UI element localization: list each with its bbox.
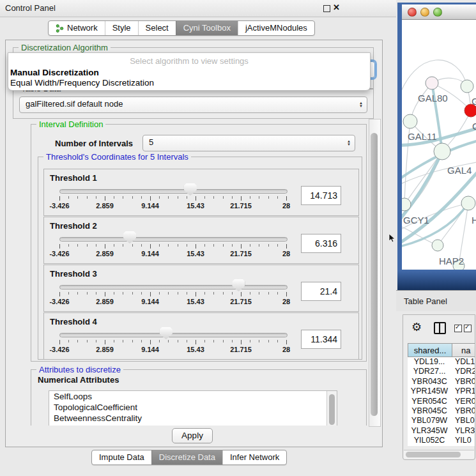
tick-label: 28 [272, 250, 300, 257]
threshold-1-value-field[interactable]: 14.713 [301, 186, 341, 205]
threshold-1-ticks [59, 196, 287, 199]
node-gal80[interactable] [426, 77, 438, 89]
column-header-name[interactable]: na [452, 343, 475, 357]
float-panel-icon[interactable] [323, 5, 330, 12]
mouse-cursor [388, 234, 396, 243]
thresholds-group: Threshold's Coordinates for 5 Intervals … [38, 157, 362, 360]
checkbox-icon[interactable] [454, 325, 462, 332]
list-item[interactable]: SelfLoops [49, 391, 337, 402]
tick-label: 9.144 [136, 346, 164, 353]
table-horizontal-scrollbar[interactable] [404, 450, 474, 459]
threshold-2-label: Threshold 2 [50, 221, 97, 231]
threshold-2-value-field[interactable]: 6.316 [301, 234, 341, 253]
scrollbar-thumb[interactable] [371, 133, 378, 416]
numerical-attributes-list[interactable]: SelfLoops TopologicalCoefficient Between… [49, 390, 337, 426]
tab-cyni-toolbox[interactable]: Cyni Toolbox [176, 21, 238, 35]
node-partial-h[interactable] [461, 196, 475, 210]
settings-vertical-scrollbar[interactable] [369, 119, 381, 427]
threshold-4-value-field[interactable]: 11.344 [301, 330, 341, 349]
table-row[interactable]: YIL052CYIL0 [408, 436, 475, 445]
node-label-gcy1: GCY1 [403, 215, 429, 226]
threshold-3-label: Threshold 3 [50, 269, 97, 279]
attributes-group-title: Attributes to discretize [36, 365, 123, 374]
gear-icon[interactable]: ⚙ [411, 320, 422, 334]
tab-discretize-data-label: Discretize Data [159, 450, 215, 464]
algorithm-option-manual[interactable]: Manual Discretization [10, 68, 99, 77]
table-row[interactable]: YDL19...YDL1 [408, 357, 475, 367]
threshold-1-slider-track[interactable] [59, 189, 288, 194]
tab-select[interactable]: Select [138, 21, 176, 35]
tick-label: 15.43 [181, 346, 210, 353]
threshold-1-slider-thumb[interactable] [184, 183, 197, 196]
threshold-3-value-field[interactable]: 21.4 [301, 282, 341, 301]
node-hap2[interactable] [432, 240, 443, 251]
tick-label: 2.859 [91, 250, 119, 257]
tab-jactivemnodules[interactable]: jActiveMNodules [238, 21, 314, 35]
network-view-window: GAL80 GA C GAL11 GAL4 GCY1 H HAP2 [397, 3, 476, 290]
zoom-window-icon[interactable] [433, 8, 442, 17]
minimize-window-icon[interactable] [420, 8, 429, 17]
column-header-shared[interactable]: shared... [408, 343, 452, 357]
network-window-bottom-frame [397, 271, 476, 290]
attributes-list-scrollbar[interactable] [326, 391, 337, 426]
threshold-3-slider-track[interactable] [59, 285, 288, 289]
node-partial-g[interactable] [461, 80, 473, 93]
tick-label: 21.715 [227, 346, 255, 353]
threshold-1-panel: Threshold 1 -3.426 2.859 9.144 15.43 21.… [43, 169, 359, 216]
node-gal4[interactable] [434, 143, 450, 160]
threshold-4-slider-thumb[interactable] [160, 327, 173, 339]
table-row[interactable]: YPR145WYPR1 [408, 387, 475, 396]
node-label-gal80: GAL80 [418, 93, 448, 104]
table-data-group: Table Data galFiltered.sif default node … [13, 88, 374, 119]
threshold-2-slider-thumb[interactable] [123, 231, 136, 243]
table-row[interactable]: YDR27...YDR2 [408, 367, 475, 376]
tick-label: 21.715 [227, 202, 255, 210]
table-panel-titlebar: Table Panel [396, 290, 476, 311]
number-of-intervals-select[interactable]: 5 ▲▼ [142, 135, 355, 151]
threshold-4-slider-track[interactable] [59, 333, 288, 337]
close-window-icon[interactable] [408, 8, 417, 17]
scrollbar-thumb[interactable] [406, 452, 461, 457]
table-row[interactable]: YBL079WYBL0 [408, 416, 475, 426]
tab-discretize-data[interactable]: Discretize Data [151, 450, 222, 464]
tab-infer-network[interactable]: Infer Network [222, 450, 286, 464]
tab-style[interactable]: Style [105, 21, 138, 35]
list-item[interactable]: BetweennessCentrality [49, 413, 337, 424]
close-panel-icon[interactable]: ✕ [333, 3, 340, 12]
threshold-3-slider-thumb[interactable] [232, 279, 245, 291]
app-root: Control Panel ✕ Network Style Select Cyn… [0, 0, 476, 476]
table-row[interactable]: YBR043CYBR0 [408, 377, 475, 387]
table-row[interactable]: YBR045CYBR0 [408, 406, 475, 416]
tab-network[interactable]: Network [49, 21, 105, 35]
threshold-2-slider-track[interactable] [59, 237, 288, 242]
network-canvas[interactable]: GAL80 GA C GAL11 GAL4 GCY1 H HAP2 [402, 20, 476, 270]
checkbox-icon[interactable] [464, 325, 472, 332]
number-of-intervals-label: Number of Intervals [55, 139, 133, 148]
tab-impute-data[interactable]: Impute Data [92, 450, 151, 464]
threshold-4-panel: Threshold 4 -3.426 2.859 9.144 15.43 21.… [43, 312, 359, 360]
algorithm-option-equal-width[interactable]: Equal Width/Frequency Discretization [10, 78, 154, 88]
table-row[interactable]: YLR345WYLR3 [408, 426, 475, 436]
tick-label: -3.426 [45, 346, 73, 353]
tick-label: 28 [272, 202, 300, 210]
list-item[interactable]: TopologicalCoefficient [49, 402, 337, 413]
tick-label: 15.43 [181, 250, 210, 257]
network-window-titlebar[interactable] [402, 4, 476, 20]
node-label-partial-g: GA [472, 96, 476, 107]
split-view-icon[interactable] [434, 322, 446, 334]
table-row[interactable]: YER054CYER0 [408, 397, 475, 406]
table-data-select[interactable]: galFiltered.sif default node ▲▼ [19, 96, 367, 113]
table-panel: ⚙ shared... na YDL19...YDL1 YDR27...YDR2… [403, 314, 475, 460]
tick-label: 28 [272, 298, 300, 305]
network-graph: GAL80 GA C GAL11 GAL4 GCY1 H HAP2 [402, 20, 476, 270]
table-data-stepper-icon: ▲▼ [359, 102, 363, 108]
tick-label: 2.859 [91, 202, 119, 210]
table-rows: YDL19...YDL1 YDR27...YDR2 YBR043CYBR0 YP… [408, 357, 475, 446]
node-label-hap2: HAP2 [439, 256, 464, 266]
control-panel-title: Control Panel [5, 3, 56, 13]
node-gal11[interactable] [403, 114, 417, 128]
top-tab-bar: Network Style Select Cyni Toolbox jActiv… [48, 20, 315, 36]
node-label-gal4: GAL4 [447, 165, 472, 176]
table-panel-title: Table Panel [404, 296, 447, 306]
apply-button[interactable]: Apply [172, 428, 213, 443]
